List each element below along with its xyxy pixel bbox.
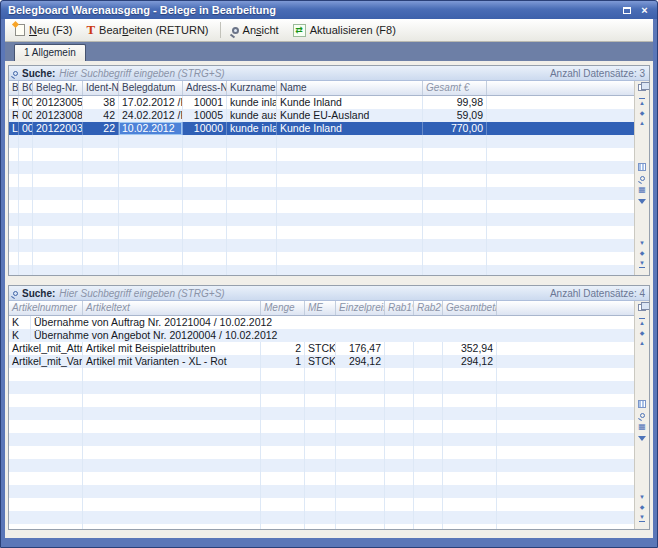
cell[interactable] [227, 174, 277, 187]
cell[interactable] [33, 174, 83, 187]
cell[interactable] [261, 446, 305, 459]
header-cell[interactable]: Beleg-Nr. [33, 81, 83, 95]
cell[interactable] [305, 524, 336, 529]
cell[interactable] [277, 226, 423, 239]
cell[interactable] [9, 252, 19, 265]
cell[interactable]: 294,12 [443, 355, 497, 368]
cell[interactable] [414, 459, 443, 472]
cell[interactable] [227, 187, 277, 200]
cell[interactable] [385, 407, 414, 420]
cell[interactable] [19, 265, 33, 275]
cell[interactable] [336, 498, 385, 511]
note-row[interactable]: KÜbernahme von Angebot Nr. 20120004 / 10… [9, 329, 634, 342]
cell[interactable] [83, 239, 119, 252]
cell[interactable]: Artikel mit Varianten - XL - Rot [83, 355, 261, 368]
cell[interactable] [277, 239, 423, 252]
current-record-icon[interactable]: ◆ [640, 504, 645, 510]
cell[interactable] [336, 459, 385, 472]
cell[interactable]: R [9, 96, 19, 109]
cell[interactable] [119, 174, 183, 187]
cell[interactable] [183, 226, 227, 239]
scroll-top-icon[interactable]: ▲ [639, 318, 645, 326]
cell[interactable] [9, 226, 19, 239]
cell[interactable] [119, 252, 183, 265]
cell[interactable] [443, 472, 497, 485]
cell[interactable]: Kunde Inland [277, 96, 423, 109]
cell[interactable] [119, 265, 183, 275]
filter-icon[interactable] [638, 199, 646, 204]
columns-icon[interactable] [638, 163, 646, 171]
cell[interactable] [336, 485, 385, 498]
cell[interactable] [83, 368, 261, 381]
cell[interactable] [227, 252, 277, 265]
cell[interactable] [423, 239, 487, 252]
cell[interactable] [83, 394, 261, 407]
cell[interactable] [423, 265, 487, 275]
cell[interactable] [385, 472, 414, 485]
cell[interactable] [443, 381, 497, 394]
cell[interactable] [423, 135, 487, 148]
cell[interactable] [183, 174, 227, 187]
cell[interactable] [183, 239, 227, 252]
cell[interactable] [385, 446, 414, 459]
cell[interactable] [414, 524, 443, 529]
cell[interactable] [305, 459, 336, 472]
cell[interactable]: Artikel_mit_Variant [9, 355, 83, 368]
cell[interactable] [83, 174, 119, 187]
cell[interactable] [305, 472, 336, 485]
header-cell[interactable]: BG [19, 81, 33, 95]
scroll-up-icon[interactable]: ▲ [639, 120, 645, 126]
cell[interactable] [261, 407, 305, 420]
cell[interactable] [336, 472, 385, 485]
cell[interactable] [443, 459, 497, 472]
cell[interactable] [9, 511, 83, 524]
cell[interactable] [83, 148, 119, 161]
cell[interactable] [336, 381, 385, 394]
scroll-bottom-icon[interactable]: ▼ [639, 260, 645, 268]
bearbeiten-button[interactable]: T Bearbeiten (RETURN) [80, 21, 214, 40]
cell[interactable] [183, 200, 227, 213]
cell[interactable] [9, 420, 83, 433]
grid-options-icon[interactable]: ▦ [638, 423, 646, 431]
cell[interactable] [9, 472, 83, 485]
cell[interactable] [336, 511, 385, 524]
cell[interactable] [261, 524, 305, 529]
cell[interactable] [277, 252, 423, 265]
header-cell[interactable]: B [9, 81, 19, 95]
cell[interactable] [443, 498, 497, 511]
cell[interactable] [414, 355, 443, 368]
cell[interactable] [305, 394, 336, 407]
cell[interactable] [9, 368, 83, 381]
cell[interactable] [9, 187, 19, 200]
cell[interactable] [414, 368, 443, 381]
cell[interactable] [305, 420, 336, 433]
cell[interactable]: 20123008 [33, 109, 83, 122]
cell[interactable] [9, 161, 19, 174]
cell[interactable]: 22 [83, 122, 119, 135]
cell[interactable] [19, 174, 33, 187]
cell[interactable]: 00 [19, 96, 33, 109]
cell[interactable] [83, 511, 261, 524]
cell[interactable] [83, 200, 119, 213]
cell[interactable] [227, 239, 277, 252]
cell[interactable] [385, 342, 414, 355]
cell[interactable] [33, 239, 83, 252]
cell[interactable] [83, 226, 119, 239]
grid-row[interactable]: R00201230084224.02.2012 /Fr10005kunde au… [9, 109, 634, 122]
cell[interactable]: STCK [305, 355, 336, 368]
cell[interactable] [261, 433, 305, 446]
cell[interactable]: 1 [261, 355, 305, 368]
cell[interactable] [443, 368, 497, 381]
cell[interactable] [19, 148, 33, 161]
cell[interactable] [385, 485, 414, 498]
cell[interactable] [183, 213, 227, 226]
header-cell[interactable]: Adress-Nr. [183, 81, 227, 95]
header-cell[interactable]: Rab1% [385, 301, 414, 315]
cell[interactable] [119, 148, 183, 161]
cell[interactable] [414, 342, 443, 355]
header-cell[interactable]: Gesamt € [423, 81, 487, 95]
close-button[interactable]: × [637, 4, 652, 17]
cell[interactable] [385, 511, 414, 524]
cell[interactable] [83, 187, 119, 200]
cell[interactable] [9, 148, 19, 161]
